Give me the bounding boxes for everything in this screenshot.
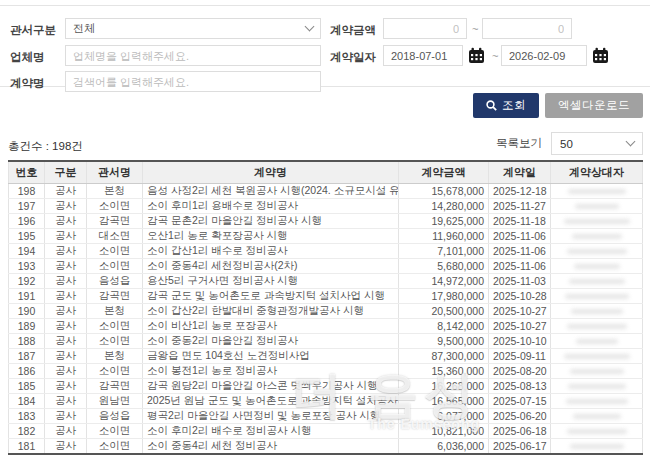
cell-category: 공사 [45, 258, 87, 273]
cell-no: 192 [9, 273, 45, 288]
redaction-smudge [573, 414, 621, 419]
cell-no: 197 [9, 198, 45, 213]
table-row[interactable]: 186 공사 소이면 소이 봉전1리 농로 정비공사 15,360,000 20… [9, 363, 643, 378]
action-buttons: 조회 엑셀다운로드 [473, 93, 643, 118]
table-row[interactable]: 193 공사 소이면 소이 중동4리 세천정비공사(2차) 5,680,000 … [9, 258, 643, 273]
redaction-smudge [575, 204, 619, 209]
col-header-amount: 계약금액 [399, 161, 489, 183]
cell-amount: 15,678,000 [399, 183, 489, 198]
cell-title[interactable]: 음성 사정2리 세천 복원공사 시행(2024. 소규모시설 유지보수비) [143, 183, 399, 198]
table-row[interactable]: 196 공사 감곡면 감곡 문촌2리 마을안길 정비공사 시행 19,625,0… [9, 213, 643, 228]
table-row[interactable]: 198 공사 본청 음성 사정2리 세천 복원공사 시행(2024. 소규모시설… [9, 183, 643, 198]
amount-from-input[interactable] [383, 18, 467, 39]
cell-title[interactable]: 소이 비산1리 농로 포장공사 [143, 318, 399, 333]
date-to-input[interactable] [501, 45, 587, 66]
cell-office: 음성읍 [87, 273, 143, 288]
table-row[interactable]: 184 공사 원남면 2025년 원남 군도 및 농어촌도로 과속방지턱 설치공… [9, 393, 643, 408]
table-row[interactable]: 191 공사 감곡면 감곡 군도 및 농어촌도로 과속방지턱 설치사업 시행 1… [9, 288, 643, 303]
table-row[interactable]: 195 공사 대소면 오산1리 농로 확포장공사 시행 11,960,000 2… [9, 228, 643, 243]
redaction-smudge [568, 189, 626, 194]
table-row[interactable]: 190 공사 본청 소이 갑산2리 한발대비 중형관정개발공사 시행 20,50… [9, 303, 643, 318]
table-row[interactable]: 187 공사 본청 금왕읍 면도 104호선 노견정비사업 87,300,000… [9, 348, 643, 363]
cell-date: 2025-11-03 [489, 273, 551, 288]
col-header-counterparty: 계약상대자 [551, 161, 643, 183]
cell-title[interactable]: 감곡 원당2리 마을안길 아스콘 덧씌우기공사 시행 [143, 378, 399, 393]
cell-title[interactable]: 소이 갑산2리 한발대비 중형관정개발공사 시행 [143, 303, 399, 318]
cell-category: 공사 [45, 198, 87, 213]
cell-title[interactable]: 소이 중동4리 세천 정비공사 [143, 438, 399, 454]
date-label: 계약일자 [330, 50, 376, 65]
table-row[interactable]: 194 공사 소이면 소이 갑산1리 배수로 정비공사 7,101,000 20… [9, 243, 643, 258]
col-header-office: 관서명 [87, 161, 143, 183]
table-header-row: 번호 구분 관서명 계약명 계약금액 계약일 계약상대자 [9, 161, 643, 183]
search-button[interactable]: 조회 [473, 93, 539, 118]
search-icon [486, 100, 497, 111]
amount-to-input[interactable] [482, 18, 572, 39]
redaction-smudge [567, 324, 627, 329]
cell-title[interactable]: 소이 중동4리 세천정비공사(2차) [143, 258, 399, 273]
cell-date: 2025-11-27 [489, 198, 551, 213]
redaction-smudge [570, 369, 624, 374]
cell-counterparty-redacted [551, 408, 643, 423]
cell-category: 공사 [45, 333, 87, 348]
cell-no: 181 [9, 438, 45, 454]
cell-category: 공사 [45, 318, 87, 333]
chevron-down-icon [626, 137, 636, 147]
cell-title[interactable]: 소이 봉전1리 농로 정비공사 [143, 363, 399, 378]
cell-title[interactable]: 소이 후미1리 용배수로 정비공사 [143, 198, 399, 213]
cell-no: 194 [9, 243, 45, 258]
cell-category: 공사 [45, 183, 87, 198]
cell-title[interactable]: 감곡 군도 및 농어촌도로 과속방지턱 설치사업 시행 [143, 288, 399, 303]
table-row[interactable]: 185 공사 감곡면 감곡 원당2리 마을안길 아스콘 덧씌우기공사 시행 16… [9, 378, 643, 393]
cell-category: 공사 [45, 393, 87, 408]
table-row[interactable]: 197 공사 소이면 소이 후미1리 용배수로 정비공사 14,280,000 … [9, 198, 643, 213]
cell-amount: 87,300,000 [399, 348, 489, 363]
table-row[interactable]: 192 공사 음성읍 용산5리 구거사면 정비공사 시행 14,972,000 … [9, 273, 643, 288]
page-size-select[interactable]: 50 [551, 132, 643, 155]
cell-office: 본청 [87, 303, 143, 318]
cell-title[interactable]: 감곡 문촌2리 마을안길 정비공사 시행 [143, 213, 399, 228]
date-range-separator: ~ [492, 50, 498, 62]
cell-title[interactable]: 소이 후미2리 배수로 정비공사 시행 [143, 423, 399, 438]
cell-office: 소이면 [87, 198, 143, 213]
cell-title[interactable]: 용산5리 구거사면 정비공사 시행 [143, 273, 399, 288]
date-from-input[interactable] [383, 45, 463, 66]
office-type-selected-value: 전체 [73, 21, 95, 36]
col-header-no: 번호 [9, 161, 45, 183]
calendar-icon[interactable] [468, 47, 485, 64]
cell-title[interactable]: 금왕읍 면도 104호선 노견정비사업 [143, 348, 399, 363]
contract-name-input[interactable] [65, 71, 321, 92]
cell-category: 공사 [45, 213, 87, 228]
cell-no: 186 [9, 363, 45, 378]
search-button-label: 조회 [502, 98, 526, 113]
cell-date: 2025-08-20 [489, 363, 551, 378]
cell-no: 196 [9, 213, 45, 228]
cell-date: 2025-06-20 [489, 408, 551, 423]
table-row[interactable]: 182 공사 소이면 소이 후미2리 배수로 정비공사 시행 10,821,00… [9, 423, 643, 438]
cell-office: 소이면 [87, 318, 143, 333]
cell-amount: 14,280,000 [399, 198, 489, 213]
cell-amount: 6,036,000 [399, 438, 489, 454]
table-row[interactable]: 181 공사 소이면 소이 중동4리 세천 정비공사 6,036,000 202… [9, 438, 643, 454]
cell-date: 2025-11-06 [489, 258, 551, 273]
table-row[interactable]: 189 공사 소이면 소이 비산1리 농로 포장공사 8,142,000 202… [9, 318, 643, 333]
redaction-smudge [569, 279, 625, 284]
cell-counterparty-redacted [551, 213, 643, 228]
cell-title[interactable]: 소이 중동2리 마을안길 정비공사 [143, 333, 399, 348]
calendar-icon[interactable] [592, 47, 609, 64]
cell-amount: 6,077,000 [399, 408, 489, 423]
cell-date: 2025-06-17 [489, 438, 551, 454]
cell-title[interactable]: 2025년 원남 군도 및 농어촌도로 과속방지턱 설치공사 [143, 393, 399, 408]
cell-title[interactable]: 오산1리 농로 확포장공사 시행 [143, 228, 399, 243]
contracts-table: 번호 구분 관서명 계약명 계약금액 계약일 계약상대자 198 공사 본청 음… [8, 160, 643, 455]
redaction-smudge [565, 294, 629, 299]
table-row[interactable]: 183 공사 음성읍 평곡2리 마을안길 사면정비 및 농로포장 공사 시행 6… [9, 408, 643, 423]
table-row[interactable]: 188 공사 소이면 소이 중동2리 마을안길 정비공사 9,500,000 2… [9, 333, 643, 348]
cell-date: 2025-11-06 [489, 228, 551, 243]
cell-title[interactable]: 소이 갑산1리 배수로 정비공사 [143, 243, 399, 258]
company-input[interactable] [65, 45, 321, 66]
office-type-select[interactable]: 전체 [65, 18, 321, 39]
cell-category: 공사 [45, 408, 87, 423]
excel-download-button[interactable]: 엑셀다운로드 [545, 93, 643, 118]
cell-title[interactable]: 평곡2리 마을안길 사면정비 및 농로포장 공사 시행 [143, 408, 399, 423]
